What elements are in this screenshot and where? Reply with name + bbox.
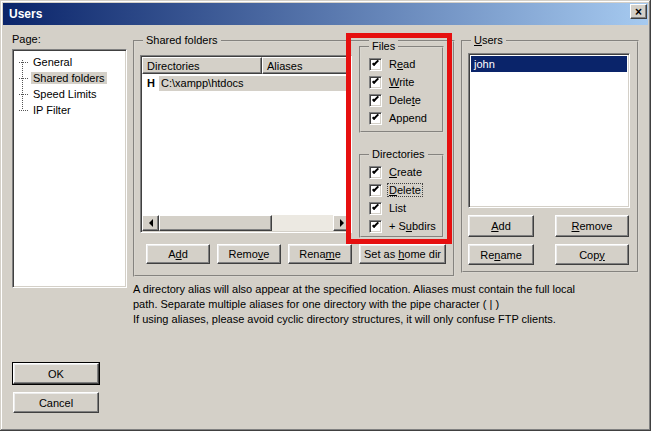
left-arrow-icon	[149, 219, 153, 227]
checkbox-icon[interactable]	[369, 112, 382, 125]
page-label: Page:	[12, 33, 41, 45]
column-header-aliases[interactable]: Aliases	[262, 57, 350, 74]
folder-remove-button[interactable]: Remove	[217, 244, 281, 264]
directories-group-title: Directories	[369, 148, 428, 160]
files-read-checkbox[interactable]: Read	[369, 57, 416, 71]
shared-folders-group-title: Shared folders	[143, 34, 221, 46]
folder-rename-button[interactable]: Rename	[288, 244, 352, 264]
files-group-title: Files	[369, 40, 398, 52]
set-as-home-dir-button[interactable]: Set as home dir	[359, 244, 446, 264]
help-text-line2: path. Separate multiple aliases for one …	[133, 298, 499, 310]
files-delete-checkbox[interactable]: Delete	[369, 93, 422, 107]
help-text-line1: A directory alias will also appear at th…	[133, 283, 575, 295]
right-arrow-icon	[340, 219, 344, 227]
page-list[interactable]: General Shared folders Speed Limits IP F…	[12, 49, 127, 288]
cancel-button[interactable]: Cancel	[13, 392, 99, 413]
users-group-title: Users	[471, 34, 506, 46]
close-button[interactable]: ×	[630, 4, 647, 19]
home-dir-marker: H	[143, 77, 159, 89]
ok-button[interactable]: OK	[13, 363, 99, 384]
page-item-shared-folders[interactable]: Shared folders	[13, 70, 126, 86]
page-item-speed-limits[interactable]: Speed Limits	[13, 86, 126, 102]
directory-row[interactable]: H C:\xampp\htdocs	[143, 75, 349, 91]
folder-add-button[interactable]: Add	[146, 244, 210, 264]
help-text-line3: If using aliases, please avoid cyclic di…	[133, 313, 556, 325]
horizontal-scrollbar[interactable]	[142, 215, 350, 231]
users-dialog: Users × Page: General Shared folders Spe…	[0, 0, 651, 431]
files-append-checkbox[interactable]: Append	[369, 111, 428, 125]
checkbox-icon[interactable]	[369, 220, 382, 233]
window-title: Users	[9, 7, 42, 21]
page-item-label: IP Filter	[31, 104, 73, 116]
dirs-subdirs-checkbox[interactable]: + Subdirs	[369, 219, 437, 233]
checkbox-icon[interactable]	[369, 58, 382, 71]
checkbox-icon[interactable]	[369, 202, 382, 215]
page-item-label: General	[31, 56, 74, 68]
scrollbar-track[interactable]	[272, 215, 333, 231]
titlebar[interactable]: Users	[3, 3, 648, 25]
page-item-label: Shared folders	[31, 72, 107, 84]
dirs-create-checkbox[interactable]: Create	[369, 165, 423, 179]
users-list[interactable]: john	[468, 53, 630, 208]
page-item-ip-filter[interactable]: IP Filter	[13, 102, 126, 118]
scroll-left-button[interactable]	[142, 215, 159, 231]
page-item-general[interactable]: General	[13, 54, 126, 70]
page-item-label: Speed Limits	[31, 88, 99, 100]
checkbox-icon[interactable]	[369, 76, 382, 89]
scroll-right-button[interactable]	[333, 215, 350, 231]
user-rename-button[interactable]: Rename	[468, 244, 534, 265]
checkbox-icon[interactable]	[369, 166, 382, 179]
scrollbar-thumb[interactable]	[159, 215, 272, 231]
column-header-directories[interactable]: Directories	[142, 57, 262, 74]
user-copy-button[interactable]: Copy	[555, 244, 629, 265]
close-icon: ×	[635, 6, 642, 18]
directories-listview[interactable]: Directories Aliases H C:\xampp\htdocs	[140, 55, 352, 233]
dirs-list-checkbox[interactable]: List	[369, 201, 407, 215]
directory-path: C:\xampp\htdocs	[159, 76, 349, 91]
checkbox-icon[interactable]	[369, 94, 382, 107]
files-write-checkbox[interactable]: Write	[369, 75, 415, 89]
checkbox-icon[interactable]	[369, 184, 382, 197]
user-row-john[interactable]: john	[471, 56, 627, 72]
user-add-button[interactable]: Add	[468, 215, 534, 237]
user-remove-button[interactable]: Remove	[555, 215, 629, 237]
dirs-delete-checkbox[interactable]: Delete	[369, 183, 422, 197]
